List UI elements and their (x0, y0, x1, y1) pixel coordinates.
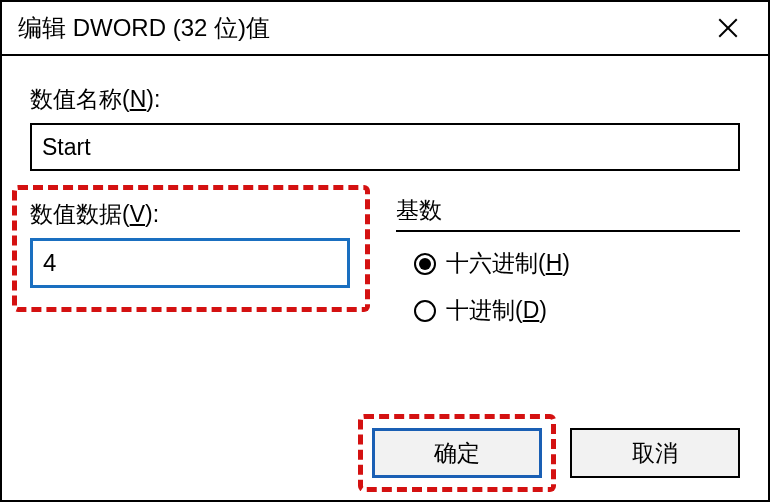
label-text: ): (145, 201, 159, 227)
label-accel: N (130, 86, 147, 112)
value-name-input[interactable] (30, 123, 740, 171)
radio-dec[interactable]: 十进制(D) (414, 295, 740, 326)
radio-label: 十进制(D) (446, 295, 547, 326)
radio-icon (414, 300, 436, 322)
close-icon (718, 18, 738, 38)
dialog-title: 编辑 DWORD (32 位)值 (18, 12, 698, 44)
ok-button[interactable]: 确定 (372, 428, 542, 478)
label-text: 十六进制( (446, 250, 546, 276)
label-accel: V (130, 201, 145, 227)
label-text: ): (146, 86, 160, 112)
cancel-button[interactable]: 取消 (570, 428, 740, 478)
base-fieldset: 基数 十六进制(H) 十进制(D) (396, 195, 740, 326)
label-text: ) (562, 250, 570, 276)
label-text: 数值名称( (30, 86, 130, 112)
radio-label: 十六进制(H) (446, 248, 570, 279)
label-accel: H (546, 250, 563, 276)
dialog-buttons: 确定 取消 (372, 428, 740, 478)
value-data-input[interactable] (30, 238, 350, 288)
label-accel: D (523, 297, 540, 323)
base-legend: 基数 (396, 195, 740, 232)
base-section: 基数 十六进制(H) 十进制(D) (396, 195, 740, 342)
label-text: 十进制( (446, 297, 523, 323)
radio-hex[interactable]: 十六进制(H) (414, 248, 740, 279)
ok-button-wrap: 确定 (364, 420, 550, 486)
label-text: ) (539, 297, 547, 323)
dialog-window: 编辑 DWORD (32 位)值 数值名称(N): 数值数据(V): 基 (0, 0, 770, 502)
label-text: 数值数据( (30, 201, 130, 227)
value-data-section: 数值数据(V): (16, 189, 366, 312)
close-button[interactable] (698, 2, 758, 54)
dialog-body: 数值名称(N): 数值数据(V): 基数 十六进制(H) (2, 56, 768, 500)
value-data-label: 数值数据(V): (30, 199, 352, 230)
radio-icon (414, 253, 436, 275)
titlebar: 编辑 DWORD (32 位)值 (2, 2, 768, 56)
value-name-label: 数值名称(N): (30, 84, 740, 115)
